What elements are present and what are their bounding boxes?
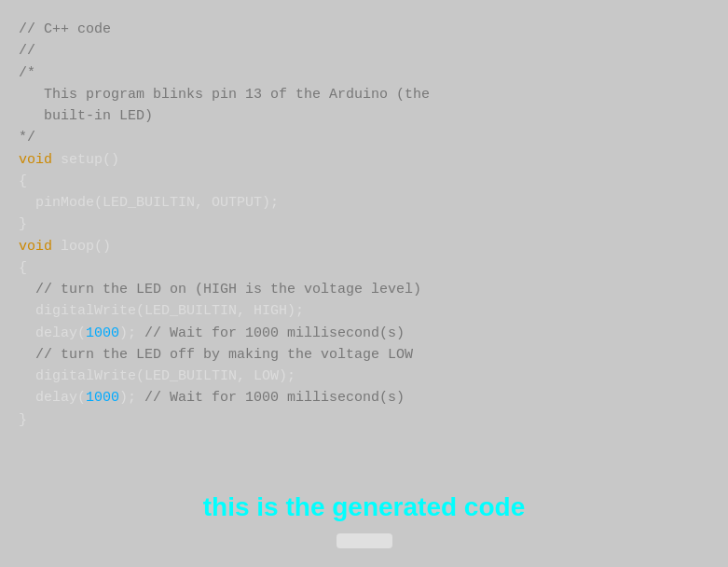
copy-button[interactable] — [337, 533, 392, 548]
button-row — [19, 533, 709, 558]
main-container: // C++ code///* This program blinks pin … — [0, 0, 728, 567]
generated-label: this is the generated code — [19, 483, 709, 533]
code-display: // C++ code///* This program blinks pin … — [19, 19, 709, 483]
